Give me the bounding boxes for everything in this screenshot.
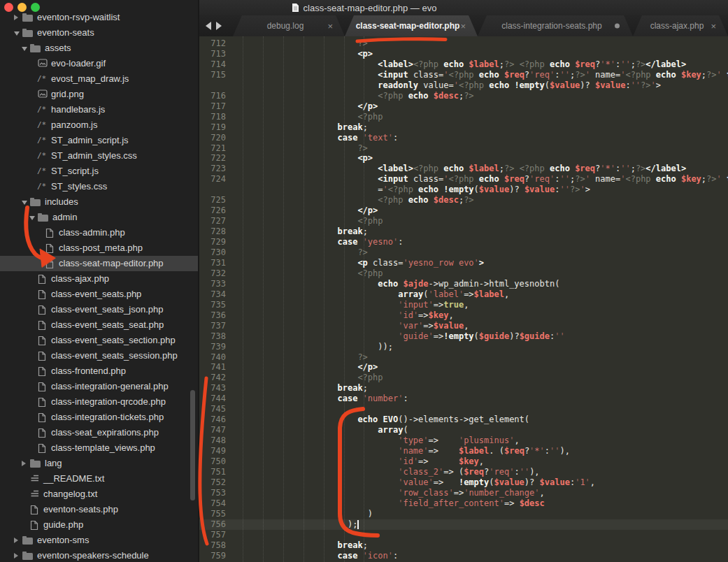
line-number: 748 <box>199 435 236 446</box>
sidebar-item-class-event-seats-seat-php[interactable]: class-event_seats_seat.php <box>0 317 198 333</box>
disclosure-triangle-icon[interactable] <box>22 201 27 205</box>
image-icon <box>38 89 48 98</box>
line-number <box>199 80 236 91</box>
sidebar-item-st-admin-script-js[interactable]: /*ST_admin_script.js <box>0 133 198 148</box>
sidebar-item-class-integration-tickets-php[interactable]: class-integration-tickets.php <box>0 410 198 425</box>
sidebar-item-eventon-seats[interactable]: eventon-seats <box>0 25 198 41</box>
sidebar-item-class-seat-expirations-php[interactable]: class-seat_expirations.php <box>0 425 198 440</box>
sidebar-item-changelog-txt[interactable]: changelog.txt <box>0 487 198 502</box>
sidebar-item-class-event-seats-php[interactable]: class-event_seats.php <box>0 287 198 302</box>
file-icon <box>38 351 46 361</box>
sidebar-item-grid-png[interactable]: grid.png <box>0 87 198 102</box>
sidebar-item-assets[interactable]: assets <box>0 41 198 56</box>
sidebar-scrollbar[interactable] <box>190 390 195 500</box>
sidebar-item-st-admin-styles-css[interactable]: /*ST_admin_styles.css <box>0 148 198 164</box>
folder-icon <box>22 30 33 37</box>
sidebar-item-label: class-event_seats_session.php <box>51 348 178 363</box>
sidebar-item-st-script-js[interactable]: /*ST_script.js <box>0 164 198 179</box>
window-close-button[interactable] <box>4 3 13 12</box>
sidebar-item-label: grid.png <box>51 87 84 102</box>
disclosure-triangle-icon[interactable] <box>14 31 20 36</box>
disclosure-triangle-icon[interactable] <box>22 47 27 51</box>
sidebar-item-readme-txt[interactable]: __README.txt <box>0 471 198 487</box>
code-text: 'input'=>true, <box>236 300 469 310</box>
tab-class-integration-seats-php[interactable]: class-integration-seats.php <box>478 15 633 36</box>
tab-close-icon[interactable]: × <box>327 22 333 31</box>
sidebar-item-handlebars-js[interactable]: /*handlebars.js <box>0 102 198 117</box>
sidebar-item-evo-loader-gif[interactable]: evo-loader.gif <box>0 56 198 71</box>
sidebar-item-class-event-seats-session-php[interactable]: class-event_seats_session.php <box>0 348 198 363</box>
tab-close-icon[interactable]: × <box>460 22 466 31</box>
line-number: 742 <box>199 373 236 383</box>
code-text: <?php <box>236 216 383 226</box>
sidebar-item-class-ajax-php[interactable]: class-ajax.php <box>0 271 198 287</box>
code-file-icon: /* <box>37 102 46 117</box>
sidebar-item-class-seat-map-editor-php[interactable]: class-seat-map-editor.php <box>0 256 198 271</box>
tab-close-icon[interactable]: × <box>711 22 716 31</box>
sidebar-item-label: class-integration-general.php <box>51 379 169 394</box>
line-number: 714 <box>199 59 236 70</box>
line-number: 734 <box>199 289 236 300</box>
sidebar-item-eventon-speakers-schedule[interactable]: eventon-speakers-schedule <box>0 548 198 562</box>
code-text: <?php <box>236 112 383 122</box>
code-text: </p> <box>236 362 378 373</box>
code-text: 'row_class'=>'number_change', <box>236 488 545 498</box>
sidebar-item-label: class-event_seats.php <box>51 287 141 302</box>
sidebar-item-class-event-seats-json-php[interactable]: class-event_seats_json.php <box>0 302 198 317</box>
sidebar-item-eventon-rsvp-waitlist[interactable]: eventon-rsvp-waitlist <box>0 10 198 25</box>
sidebar-item-admin[interactable]: admin <box>0 210 198 225</box>
code-line: 748 'type'=> 'plusminus', <box>199 435 728 446</box>
code-text: ?> <box>236 352 368 363</box>
sidebar-item-class-frontend-php[interactable]: class-frontend.php <box>0 363 198 379</box>
line-number: 741 <box>199 362 236 373</box>
sidebar-item-guide-php[interactable]: guide.php <box>0 517 198 533</box>
window-zoom-button[interactable] <box>31 3 40 12</box>
sidebar-item-eventon-seats-php[interactable]: eventon-seats.php <box>0 502 198 517</box>
code-file-icon: /* <box>37 71 46 87</box>
code-editor[interactable]: 712 ?>713 <p>714 <label><?php echo $labe… <box>199 36 728 562</box>
sidebar-item-class-post-meta-php[interactable]: class-post_meta.php <box>0 240 198 256</box>
sidebar-item-class-admin-php[interactable]: class-admin.php <box>0 225 198 240</box>
code-text: ='<?php echo !empty($value)? $value:''?>… <box>236 185 590 195</box>
code-text: <?php echo $desc;?> <box>236 195 474 206</box>
sidebar-item-evost-map-draw-js[interactable]: /*evost_map_draw.js <box>0 71 198 87</box>
file-icon <box>38 289 46 300</box>
disclosure-triangle-icon[interactable] <box>14 553 18 559</box>
code-line: 730 ?> <box>199 247 728 258</box>
code-text: <?php <box>236 268 383 279</box>
code-text: ); <box>236 519 357 530</box>
window-minimize-button[interactable] <box>17 3 27 12</box>
line-number: 730 <box>199 247 236 258</box>
tab-scroll-right-icon[interactable] <box>216 22 222 30</box>
sidebar-item-label: class-template_views.php <box>51 440 155 456</box>
code-line: 724 <input class='<?php echo $req?'req':… <box>199 174 728 185</box>
sidebar-item-class-template-views-php[interactable]: class-template_views.php <box>0 440 198 456</box>
disclosure-triangle-icon[interactable] <box>14 538 18 543</box>
sidebar-item-st-styles-css[interactable]: /*ST_styles.css <box>0 179 198 194</box>
sidebar-item-class-integration-general-php[interactable]: class-integration-general.php <box>0 379 198 394</box>
file-icon <box>30 505 38 515</box>
tab-debug-log[interactable]: debug.log× <box>233 15 345 36</box>
modified-dot-icon[interactable] <box>615 24 620 29</box>
sidebar-item-lang[interactable]: lang <box>0 456 198 471</box>
tab-class-ajax-php[interactable]: class-ajax.php× <box>633 15 728 36</box>
tab-class-seat-map-editor-php[interactable]: class-seat-map-editor.php× <box>345 15 478 36</box>
code-line: 753 'row_class'=>'number_change', <box>199 488 728 498</box>
sidebar-item-panzoom-js[interactable]: /*panzoom.js <box>0 117 198 133</box>
tab-scroll-left-icon[interactable] <box>206 22 211 30</box>
code-line: 731 <p class='yesno_row evo'> <box>199 258 728 268</box>
sidebar-item-includes[interactable]: includes <box>0 194 198 210</box>
disclosure-triangle-icon[interactable] <box>14 15 18 20</box>
file-tree-sidebar[interactable]: eventon-rsvp-waitlisteventon-seatsassets… <box>0 0 199 562</box>
code-line: 719 break; <box>199 122 728 133</box>
sidebar-item-label: includes <box>45 194 78 210</box>
sidebar-item-class-integration-qrcode-php[interactable]: class-integration-qrcode.php <box>0 394 198 410</box>
code-text: case 'number': <box>236 394 408 404</box>
disclosure-triangle-icon[interactable] <box>29 216 35 220</box>
sidebar-item-eventon-sms[interactable]: eventon-sms <box>0 533 198 548</box>
disclosure-triangle-icon[interactable] <box>22 461 26 466</box>
sidebar-item-label: eventon-speakers-schedule <box>37 548 149 562</box>
sidebar-item-class-event-seats-section-php[interactable]: class-event_seats_section.php <box>0 333 198 348</box>
code-text: )); <box>236 342 393 352</box>
line-number: 732 <box>199 268 236 279</box>
